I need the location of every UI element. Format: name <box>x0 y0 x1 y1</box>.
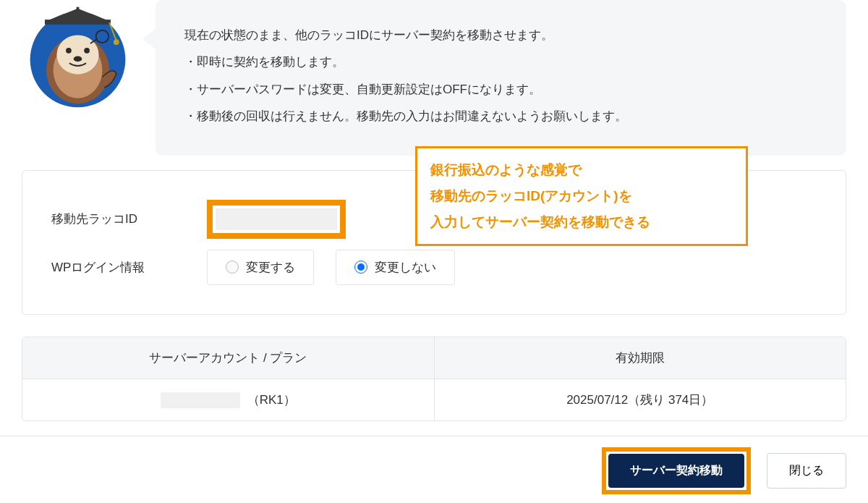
primary-button-highlight: サーバー契約移動 <box>602 447 751 494</box>
radio-change[interactable]: 変更する <box>207 250 314 285</box>
table-row: （RK1） 2025/07/12（残り 374日） <box>22 379 846 421</box>
mascot-icon <box>22 0 134 112</box>
server-table: サーバーアカウント / プラン 有効期限 （RK1） 2025/07/12（残り… <box>22 337 846 422</box>
svg-point-12 <box>114 39 119 45</box>
svg-point-6 <box>74 56 82 62</box>
radio-icon <box>354 261 367 274</box>
plan-label: （RK1） <box>247 393 296 407</box>
svg-point-5 <box>84 48 90 54</box>
annotation-line: 銀行振込のような感覚で <box>430 157 733 183</box>
col-account-plan: サーバーアカウント / プラン <box>22 337 435 379</box>
speech-bullet: ・即時に契約を移動します。 <box>184 48 817 75</box>
speech-bullet: ・移動後の回収は行えません。移動先の入力はお間違えないようお願いします。 <box>184 103 817 130</box>
form-section: 銀行振込のような感覚で 移動先のラッコID(アカウント)を 入力してサーバー契約… <box>22 170 846 315</box>
radio-change-label: 変更する <box>246 259 295 276</box>
rakko-id-label: 移動先ラッコID <box>51 211 207 227</box>
radio-nochange[interactable]: 変更しない <box>336 250 455 285</box>
close-button[interactable]: 閉じる <box>767 453 846 489</box>
cell-account-plan: （RK1） <box>22 379 435 421</box>
footer-bar: サーバー契約移動 閉じる <box>0 436 868 503</box>
annotation-line: 入力してサーバー契約を移動できる <box>430 209 733 235</box>
wp-login-label: WPログイン情報 <box>51 259 207 276</box>
svg-rect-10 <box>77 7 80 10</box>
radio-nochange-label: 変更しない <box>375 259 436 276</box>
table-header: サーバーアカウント / プラン 有効期限 <box>22 337 846 379</box>
speech-bubble: 現在の状態のまま、他のラッコIDにサーバー契約を移動させます。 ・即時に契約を移… <box>156 0 846 156</box>
annotation-line: 移動先のラッコID(アカウント)を <box>430 183 733 209</box>
svg-rect-9 <box>45 20 111 25</box>
svg-point-4 <box>66 48 72 54</box>
speech-bullet: ・サーバーパスワードは変更、自動更新設定はOFFになります。 <box>184 76 817 103</box>
col-expire: 有効期限 <box>435 337 846 379</box>
speech-line: 現在の状態のまま、他のラッコIDにサーバー契約を移動させます。 <box>184 22 817 48</box>
rakko-id-input[interactable] <box>216 208 337 230</box>
svg-point-3 <box>56 35 98 74</box>
move-contract-button[interactable]: サーバー契約移動 <box>608 454 744 488</box>
radio-icon <box>226 261 239 274</box>
account-mask <box>161 392 240 408</box>
rakko-id-highlight <box>207 200 346 239</box>
cell-expire: 2025/07/12（残り 374日） <box>435 379 846 421</box>
annotation-callout: 銀行振込のような感覚で 移動先のラッコID(アカウント)を 入力してサーバー契約… <box>415 146 748 246</box>
